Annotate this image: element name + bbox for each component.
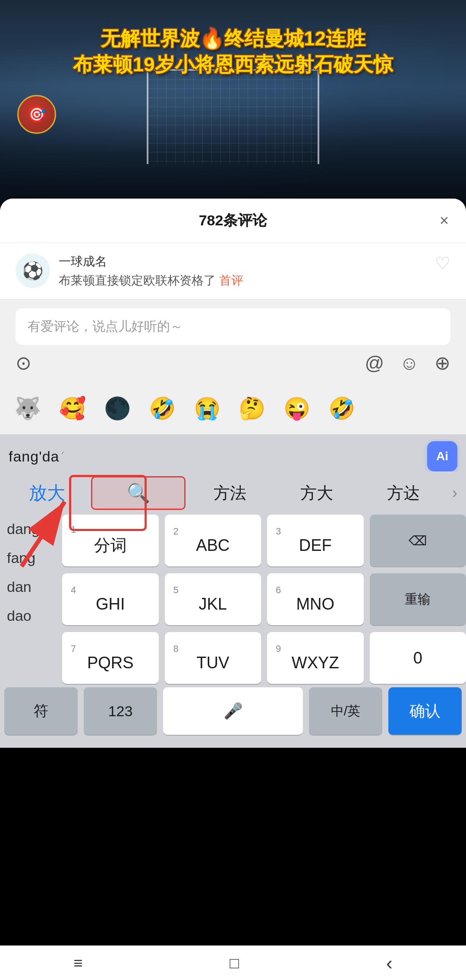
suggestion-search[interactable]: 🔍 [91,476,186,510]
comment-panel: 782条评论 × ⚽ 一球成名 布莱顿直接锁定欧联杯资格了 首评 ♡ 有爱评论，… [0,199,466,748]
emoji-laugh[interactable]: 🤣 [323,389,361,427]
suggestions-row: 放大 🔍 方法 方大 方达 › [0,471,466,515]
video-title: 无解世界波🔥终结曼城12连胜 布莱顿19岁小将恩西索远射石破天惊 [23,26,443,78]
like-button[interactable]: ♡ [435,253,450,273]
number-keys-grid: 1 分词 2 ABC 3 DEF ⌫ [62,515,466,684]
pinyin-display-row: fang'daˊ Ai [0,434,466,471]
plus-icon[interactable]: ⊕ [435,352,450,374]
candidate-dan[interactable]: dan [0,572,56,601]
pinyin-input-display: fang'daˊ [9,448,427,465]
emoji-tongue[interactable]: 😜 [278,389,316,427]
heart-icon: ♡ [435,253,450,273]
key-reenter[interactable]: 重输 [370,573,466,625]
key-row-3: 7 PQRS 8 TUV 9 WXYZ 0 [62,632,466,684]
suggestion-fangda[interactable]: 放大 [4,475,89,511]
nav-home-icon[interactable]: □ [230,954,239,972]
key-row-2: 4 GHI 5 JKL 6 MNO 重输 [62,573,466,625]
key-pqrs[interactable]: 7 PQRS [62,632,159,684]
pinyin-candidates: dang fang dan dao [0,515,56,684]
emoji-wolf[interactable]: 🐺 [9,389,47,427]
nav-back-icon[interactable]: ‹ [386,952,393,974]
comment-text: 布莱顿直接锁定欧联杯资格了 首评 [59,272,426,289]
comment-input[interactable]: 有爱评论，说点儿好听的～ [16,308,450,345]
navigation-bar: ≡ □ ‹ [0,945,466,980]
key-wxyz[interactable]: 9 WXYZ [267,632,364,684]
emoji-love[interactable]: 🥰 [54,389,91,427]
key-mno[interactable]: 6 MNO [267,573,364,625]
input-toolbar: ⊙ @ ☺ ⊕ [16,352,450,374]
key-lang[interactable]: 中/英 [309,687,382,735]
key-symbol[interactable]: 符 [4,687,78,735]
close-button[interactable]: × [440,212,449,230]
user-avatar: ⚽ [16,253,50,288]
goal-net [147,69,319,164]
avatar[interactable]: 🎯 [17,95,56,134]
emoji-grin[interactable]: 🤣 [143,389,181,427]
suggestion-fangda2[interactable]: 方大 [274,476,359,510]
key-row-1: 1 分词 2 ABC 3 DEF ⌫ [62,515,466,566]
toolbar-left: ⊙ [16,352,31,374]
comment-item: ⚽ 一球成名 布莱顿直接锁定欧联杯资格了 首评 ♡ [0,243,466,299]
key-space[interactable]: 🎤 [163,687,303,735]
emoji-think[interactable]: 🤔 [233,389,271,427]
key-delete[interactable]: ⌫ [370,515,466,566]
comment-header: 782条评论 × [0,199,466,243]
key-ghi[interactable]: 4 GHI [62,573,159,625]
suggestion-fangfa[interactable]: 方法 [187,476,272,510]
username: 一球成名 [59,253,426,270]
video-section: 无解世界波🔥终结曼城12连胜 布莱顿19岁小将恩西索远射石破天惊 🎯 [0,0,466,207]
key-fenci[interactable]: 1 分词 [62,515,159,566]
ai-icon[interactable]: Ai [427,441,457,471]
emoji-row: 🐺 🥰 🌑 🤣 😭 🤔 😜 🤣 [0,383,466,434]
more-suggestions-arrow[interactable]: › [448,484,462,502]
comment-count: 782条评论 [199,211,268,231]
key-jkl[interactable]: 5 JKL [165,573,261,625]
suggestion-fangda3[interactable]: 方达 [361,476,446,510]
key-zero[interactable]: 0 [370,632,466,684]
camera-icon[interactable]: ⊙ [16,352,31,374]
comment-content: 一球成名 布莱顿直接锁定欧联杯资格了 首评 [59,253,426,289]
nav-menu-icon[interactable]: ≡ [73,954,82,972]
keyboard-bottom-row: 符 123 🎤 中/英 确认 [0,684,466,739]
candidate-dao[interactable]: dao [0,601,56,630]
candidate-fang[interactable]: fang [0,544,56,572]
microphone-icon: 🎤 [224,702,243,720]
emoji-moon[interactable]: 🌑 [98,389,136,427]
key-confirm[interactable]: 确认 [388,687,462,735]
key-tuv[interactable]: 8 TUV [165,632,261,684]
key-abc[interactable]: 2 ABC [165,515,261,566]
at-icon[interactable]: @ [365,352,384,374]
toolbar-right: @ ☺ ⊕ [365,352,450,374]
keyboard-area: fang'daˊ Ai 放大 🔍 方法 方大 方达 › [0,434,466,748]
key-def[interactable]: 3 DEF [267,515,364,566]
emoji-cry[interactable]: 😭 [188,389,226,427]
suggestions-container: 放大 🔍 方法 方大 方达 › [0,471,466,515]
key-123[interactable]: 123 [84,687,157,735]
emoji-button-icon[interactable]: ☺ [400,352,419,374]
candidate-dang[interactable]: dang [0,515,56,544]
keyboard-main: dang fang dan dao 1 分词 2 ABC [0,515,466,684]
input-area: 有爱评论，说点儿好听的～ ⊙ @ ☺ ⊕ [0,299,466,383]
